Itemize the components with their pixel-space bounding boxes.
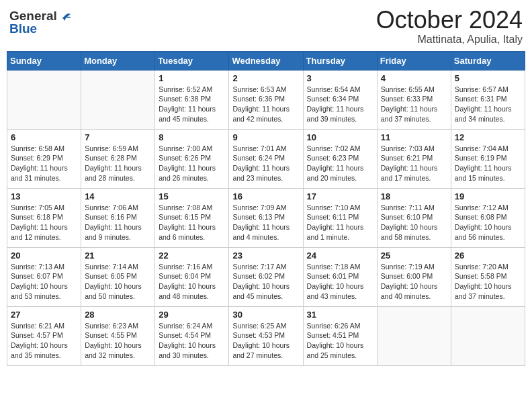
calendar-day-cell: 2Sunrise: 6:53 AMSunset: 6:36 PMDaylight… xyxy=(229,70,303,129)
page-header: General Blue October 2024 Mattinata, Apu… xyxy=(7,7,525,46)
calendar-day-cell: 11Sunrise: 7:03 AMSunset: 6:21 PMDayligh… xyxy=(377,129,451,188)
day-info: Sunrise: 6:24 AMSunset: 4:54 PMDaylight:… xyxy=(159,321,225,361)
day-number: 2 xyxy=(232,73,299,83)
calendar-day-cell: 25Sunrise: 7:19 AMSunset: 6:00 PMDayligh… xyxy=(377,247,451,306)
calendar-day-cell: 19Sunrise: 7:12 AMSunset: 6:08 PMDayligh… xyxy=(451,188,525,247)
calendar-day-cell xyxy=(377,306,451,365)
day-number: 10 xyxy=(307,132,373,142)
day-info: Sunrise: 6:57 AMSunset: 6:31 PMDaylight:… xyxy=(455,85,521,124)
logo-bird-icon xyxy=(58,12,73,27)
calendar-week-row: 20Sunrise: 7:13 AMSunset: 6:07 PMDayligh… xyxy=(7,247,525,306)
calendar-day-cell: 3Sunrise: 6:54 AMSunset: 6:34 PMDaylight… xyxy=(303,70,377,129)
day-info: Sunrise: 7:13 AMSunset: 6:07 PMDaylight:… xyxy=(11,262,77,302)
calendar-day-cell: 30Sunrise: 6:25 AMSunset: 4:53 PMDayligh… xyxy=(229,306,303,365)
logo-blue-text: Blue xyxy=(9,22,57,35)
location-text: Mattinata, Apulia, Italy xyxy=(376,34,523,46)
day-number: 27 xyxy=(11,310,77,320)
calendar-day-cell: 23Sunrise: 7:17 AMSunset: 6:02 PMDayligh… xyxy=(229,247,303,306)
day-number: 24 xyxy=(307,250,373,261)
calendar-day-cell: 21Sunrise: 7:14 AMSunset: 6:05 PMDayligh… xyxy=(81,247,155,306)
day-info: Sunrise: 7:00 AMSunset: 6:26 PMDaylight:… xyxy=(159,144,225,183)
day-info: Sunrise: 7:16 AMSunset: 6:04 PMDaylight:… xyxy=(159,262,225,302)
day-info: Sunrise: 7:12 AMSunset: 6:08 PMDaylight:… xyxy=(455,203,521,242)
calendar-day-cell: 4Sunrise: 6:55 AMSunset: 6:33 PMDaylight… xyxy=(377,70,451,129)
day-number: 15 xyxy=(159,191,225,201)
day-info: Sunrise: 7:01 AMSunset: 6:24 PMDaylight:… xyxy=(232,144,299,183)
calendar-table: SundayMondayTuesdayWednesdayThursdayFrid… xyxy=(7,51,525,366)
day-info: Sunrise: 7:02 AMSunset: 6:23 PMDaylight:… xyxy=(307,144,373,183)
calendar-weekday-header: Tuesday xyxy=(155,51,229,70)
calendar-day-cell: 1Sunrise: 6:52 AMSunset: 6:38 PMDaylight… xyxy=(155,70,229,129)
calendar-day-cell: 12Sunrise: 7:04 AMSunset: 6:19 PMDayligh… xyxy=(451,129,525,188)
calendar-day-cell: 27Sunrise: 6:21 AMSunset: 4:57 PMDayligh… xyxy=(7,306,81,365)
calendar-day-cell: 8Sunrise: 7:00 AMSunset: 6:26 PMDaylight… xyxy=(155,129,229,188)
calendar-day-cell xyxy=(7,70,81,129)
day-info: Sunrise: 6:21 AMSunset: 4:57 PMDaylight:… xyxy=(11,321,77,361)
calendar-weekday-header: Monday xyxy=(81,51,155,70)
calendar-day-cell: 20Sunrise: 7:13 AMSunset: 6:07 PMDayligh… xyxy=(7,247,81,306)
day-info: Sunrise: 7:03 AMSunset: 6:21 PMDaylight:… xyxy=(381,144,447,183)
day-info: Sunrise: 7:18 AMSunset: 6:01 PMDaylight:… xyxy=(307,262,373,302)
calendar-day-cell: 15Sunrise: 7:08 AMSunset: 6:15 PMDayligh… xyxy=(155,188,229,247)
day-number: 4 xyxy=(381,73,447,83)
day-number: 30 xyxy=(232,310,299,320)
calendar-week-row: 13Sunrise: 7:05 AMSunset: 6:18 PMDayligh… xyxy=(7,188,525,247)
calendar-day-cell: 7Sunrise: 6:59 AMSunset: 6:28 PMDaylight… xyxy=(81,129,155,188)
day-info: Sunrise: 6:53 AMSunset: 6:36 PMDaylight:… xyxy=(232,85,299,124)
calendar-header-row: SundayMondayTuesdayWednesdayThursdayFrid… xyxy=(7,51,525,70)
calendar-day-cell: 6Sunrise: 6:58 AMSunset: 6:29 PMDaylight… xyxy=(7,129,81,188)
calendar-day-cell: 18Sunrise: 7:11 AMSunset: 6:10 PMDayligh… xyxy=(377,188,451,247)
calendar-weekday-header: Wednesday xyxy=(229,51,303,70)
day-number: 16 xyxy=(232,191,299,201)
calendar-week-row: 1Sunrise: 6:52 AMSunset: 6:38 PMDaylight… xyxy=(7,70,525,129)
day-number: 31 xyxy=(307,310,373,320)
day-info: Sunrise: 6:23 AMSunset: 4:55 PMDaylight:… xyxy=(85,321,151,361)
day-number: 29 xyxy=(159,310,225,320)
calendar-day-cell: 22Sunrise: 7:16 AMSunset: 6:04 PMDayligh… xyxy=(155,247,229,306)
day-number: 26 xyxy=(455,250,521,261)
day-info: Sunrise: 6:25 AMSunset: 4:53 PMDaylight:… xyxy=(232,321,299,361)
day-number: 28 xyxy=(85,310,151,320)
calendar-day-cell: 10Sunrise: 7:02 AMSunset: 6:23 PMDayligh… xyxy=(303,129,377,188)
calendar-day-cell: 9Sunrise: 7:01 AMSunset: 6:24 PMDaylight… xyxy=(229,129,303,188)
day-number: 17 xyxy=(307,191,373,201)
calendar-weekday-header: Friday xyxy=(377,51,451,70)
day-number: 3 xyxy=(307,73,373,83)
day-number: 8 xyxy=(159,132,225,142)
calendar-week-row: 27Sunrise: 6:21 AMSunset: 4:57 PMDayligh… xyxy=(7,306,525,365)
logo-general-text: General xyxy=(9,9,57,22)
day-info: Sunrise: 7:08 AMSunset: 6:15 PMDaylight:… xyxy=(159,203,225,242)
day-info: Sunrise: 6:58 AMSunset: 6:29 PMDaylight:… xyxy=(11,144,77,183)
day-number: 20 xyxy=(11,250,77,261)
title-section: October 2024 Mattinata, Apulia, Italy xyxy=(376,7,523,46)
calendar-day-cell: 17Sunrise: 7:10 AMSunset: 6:11 PMDayligh… xyxy=(303,188,377,247)
day-number: 6 xyxy=(11,132,77,142)
calendar-weekday-header: Saturday xyxy=(451,51,525,70)
day-number: 12 xyxy=(455,132,521,142)
day-number: 11 xyxy=(381,132,447,142)
day-info: Sunrise: 7:05 AMSunset: 6:18 PMDaylight:… xyxy=(11,203,77,242)
day-info: Sunrise: 6:54 AMSunset: 6:34 PMDaylight:… xyxy=(307,85,373,124)
calendar-day-cell: 16Sunrise: 7:09 AMSunset: 6:13 PMDayligh… xyxy=(229,188,303,247)
calendar-day-cell: 24Sunrise: 7:18 AMSunset: 6:01 PMDayligh… xyxy=(303,247,377,306)
day-number: 13 xyxy=(11,191,77,201)
day-number: 23 xyxy=(232,250,299,261)
calendar-day-cell: 13Sunrise: 7:05 AMSunset: 6:18 PMDayligh… xyxy=(7,188,81,247)
day-number: 14 xyxy=(85,191,151,201)
day-info: Sunrise: 6:59 AMSunset: 6:28 PMDaylight:… xyxy=(85,144,151,183)
day-info: Sunrise: 6:52 AMSunset: 6:38 PMDaylight:… xyxy=(159,85,225,124)
day-info: Sunrise: 6:26 AMSunset: 4:51 PMDaylight:… xyxy=(307,321,373,361)
calendar-day-cell: 31Sunrise: 6:26 AMSunset: 4:51 PMDayligh… xyxy=(303,306,377,365)
calendar-weekday-header: Thursday xyxy=(303,51,377,70)
calendar-day-cell: 28Sunrise: 6:23 AMSunset: 4:55 PMDayligh… xyxy=(81,306,155,365)
calendar-day-cell xyxy=(451,306,525,365)
calendar-day-cell: 5Sunrise: 6:57 AMSunset: 6:31 PMDaylight… xyxy=(451,70,525,129)
calendar-weekday-header: Sunday xyxy=(7,51,81,70)
day-number: 22 xyxy=(159,250,225,261)
day-info: Sunrise: 7:17 AMSunset: 6:02 PMDaylight:… xyxy=(232,262,299,302)
day-number: 5 xyxy=(455,73,521,83)
day-number: 21 xyxy=(85,250,151,261)
calendar-week-row: 6Sunrise: 6:58 AMSunset: 6:29 PMDaylight… xyxy=(7,129,525,188)
calendar-day-cell: 14Sunrise: 7:06 AMSunset: 6:16 PMDayligh… xyxy=(81,188,155,247)
month-title: October 2024 xyxy=(376,7,523,34)
